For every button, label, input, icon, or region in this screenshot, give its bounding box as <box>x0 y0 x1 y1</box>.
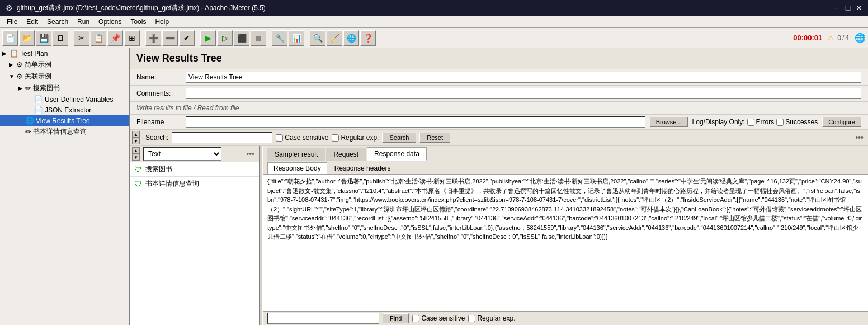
start-no-pause-button[interactable]: ▷ <box>217 30 233 46</box>
stop-button[interactable]: ⬛ <box>234 30 249 46</box>
minimize-button[interactable]: ─ <box>832 3 841 12</box>
search-book-icon: ✏ <box>25 84 31 92</box>
close-button[interactable]: ✕ <box>855 3 864 12</box>
tree-label-test-plan: Test Plan <box>20 50 48 58</box>
configure-button[interactable]: Configure <box>822 117 861 127</box>
expand-icon-search: ▶ <box>18 85 23 91</box>
cut-button[interactable]: ✂ <box>74 30 89 46</box>
menu-tools[interactable]: Tools <box>126 17 150 27</box>
log-display-label: Log/Display Only: <box>692 118 745 126</box>
scroll-down-arrow[interactable]: ▼ <box>132 138 140 144</box>
result-dots: ••• <box>246 149 257 158</box>
successes-checkbox[interactable] <box>776 119 784 126</box>
result-scroll-up[interactable]: ▲ <box>132 147 140 154</box>
browse-button[interactable]: Browse... <box>650 117 688 127</box>
tab-response-data[interactable]: Response data <box>367 147 427 161</box>
response-body-content: {"title":"朝花夕拾","author":"鲁迅著","publish"… <box>263 175 868 311</box>
tree-item-book-detail[interactable]: ✏ 书本详情信息查询 <box>0 126 129 138</box>
tree-item-user-vars[interactable]: 📄 User Defined Variables <box>0 94 129 105</box>
menu-bar: File Edit Search Run Options Tools Help <box>0 16 868 28</box>
menu-run[interactable]: Run <box>73 17 94 27</box>
result-item-book-detail[interactable]: 🛡 书本详情信息查询 <box>130 177 259 191</box>
menu-edit[interactable]: Edit <box>22 17 43 27</box>
name-label: Name: <box>136 73 181 81</box>
expand-icon-related: ▼ <box>9 73 15 79</box>
warning-icon: ⚠ <box>828 34 834 42</box>
tree-label-view-results: View Results Tree <box>36 117 90 125</box>
find-regexp-checkbox[interactable] <box>468 315 475 322</box>
panel-title: View Results Tree <box>136 53 222 64</box>
menu-help[interactable]: Help <box>150 17 173 27</box>
subtab-response-body[interactable]: Response Body <box>267 162 327 174</box>
main-layout: ▶ 📋 Test Plan ▶ ⚙ 简单示例 ▼ ⚙ 关联示例 ▶ ✏ 搜索图书… <box>0 48 868 325</box>
search-button[interactable]: Search <box>382 133 416 143</box>
write-results-label: Write results to file / Read from file <box>136 104 239 112</box>
remote-start-all-button[interactable]: 🌐 <box>343 30 359 46</box>
tree-item-simple[interactable]: ▶ ⚙ 简单示例 <box>0 59 129 70</box>
save-button[interactable]: 💾 <box>36 30 51 46</box>
templates-button[interactable]: 📊 <box>289 30 304 46</box>
find-case-checkbox[interactable] <box>412 315 419 322</box>
title-text: githup_get请求.jmx (D:\test_code\Jmeter\gi… <box>17 3 266 13</box>
subtab-response-headers[interactable]: Response headers <box>328 162 397 174</box>
tree-item-json-extractor[interactable]: 📄 JSON Extractor <box>0 105 129 115</box>
comments-input[interactable] <box>186 88 861 99</box>
tab-request[interactable]: Request <box>326 148 366 161</box>
find-button[interactable]: Find <box>383 313 409 323</box>
filename-label: Filename <box>136 118 181 126</box>
sub-tabs: Response Body Response headers <box>263 161 868 175</box>
warning-count: 0 <box>837 34 841 42</box>
maximize-button[interactable]: □ <box>843 3 852 12</box>
main-toolbar: 📄 📂 💾 🗒 ✂ 📋 📌 ⊞ ➕ ➖ ✔ ▶ ▷ ⬛ ⏹ 🔧 📊 🔍 🧹 🌐 … <box>0 28 868 48</box>
tree-item-test-plan[interactable]: ▶ 📋 Test Plan <box>0 48 129 59</box>
tree-label-book-detail: 书本详情信息查询 <box>33 127 87 136</box>
search-button[interactable]: 🔍 <box>310 30 326 46</box>
related-icon: ⚙ <box>16 72 23 81</box>
menu-search[interactable]: Search <box>43 17 73 27</box>
tree-item-view-results[interactable]: 🌐 View Results Tree <box>0 115 129 126</box>
app-icon: ⚙ <box>4 3 13 12</box>
tab-sampler-result[interactable]: Sampler result <box>267 148 325 161</box>
result-list: ▲ ▼ Text XML JSON HTML Regexp Tester ••• <box>130 146 260 325</box>
errors-checkbox[interactable] <box>747 119 754 126</box>
copy-button[interactable]: 📋 <box>91 30 106 46</box>
remove-button[interactable]: ➖ <box>162 30 178 46</box>
check-button[interactable]: ✔ <box>179 30 195 46</box>
menu-options[interactable]: Options <box>94 17 126 27</box>
filename-input[interactable] <box>186 116 645 128</box>
regular-exp-label: Regular exp. <box>332 134 379 142</box>
menu-file[interactable]: File <box>2 17 22 27</box>
help-button[interactable]: ❓ <box>360 30 376 46</box>
search-bar: Search: Case sensitive Regular exp. Sear… <box>142 131 855 144</box>
shutdown-button[interactable]: ⏹ <box>251 30 266 46</box>
save-as-button[interactable]: 🗒 <box>53 30 68 46</box>
add-button[interactable]: ➕ <box>145 30 161 46</box>
search-label: Search: <box>145 134 168 142</box>
clear-button[interactable]: 🧹 <box>327 30 342 46</box>
function-helper-button[interactable]: 🔧 <box>272 30 287 46</box>
find-input[interactable] <box>267 313 379 324</box>
regular-exp-checkbox[interactable] <box>332 134 339 142</box>
elapsed-time: 00:00:01 <box>793 34 822 42</box>
view-dropdown[interactable]: Text XML JSON HTML Regexp Tester <box>143 147 221 161</box>
comments-label: Comments: <box>136 90 181 97</box>
tree-item-search-book[interactable]: ▶ ✏ 搜索图书 <box>0 82 129 94</box>
result-scroll-down[interactable]: ▼ <box>132 154 140 161</box>
name-input[interactable] <box>186 72 861 83</box>
tree-label-json-extractor: JSON Extractor <box>45 106 91 114</box>
panel-header: View Results Tree <box>130 48 868 69</box>
result-item-search-book[interactable]: 🛡 搜索图书 <box>130 162 259 177</box>
new-button[interactable]: 📄 <box>2 30 18 46</box>
reset-button[interactable]: Reset <box>419 133 450 143</box>
search-input[interactable] <box>172 132 272 143</box>
window-controls: ─ □ ✕ <box>832 3 864 12</box>
tree-item-related[interactable]: ▼ ⚙ 关联示例 <box>0 70 129 82</box>
main-tabs: Sampler result Request Response data <box>263 146 868 161</box>
scroll-up-arrow[interactable]: ▲ <box>132 131 140 138</box>
case-sensitive-checkbox[interactable] <box>276 134 283 142</box>
start-button[interactable]: ▶ <box>200 30 216 46</box>
expand-button[interactable]: ⊞ <box>124 30 140 46</box>
open-button[interactable]: 📂 <box>19 30 35 46</box>
right-panel: View Results Tree Name: Comments: Write … <box>130 48 868 325</box>
paste-button[interactable]: 📌 <box>107 30 123 46</box>
